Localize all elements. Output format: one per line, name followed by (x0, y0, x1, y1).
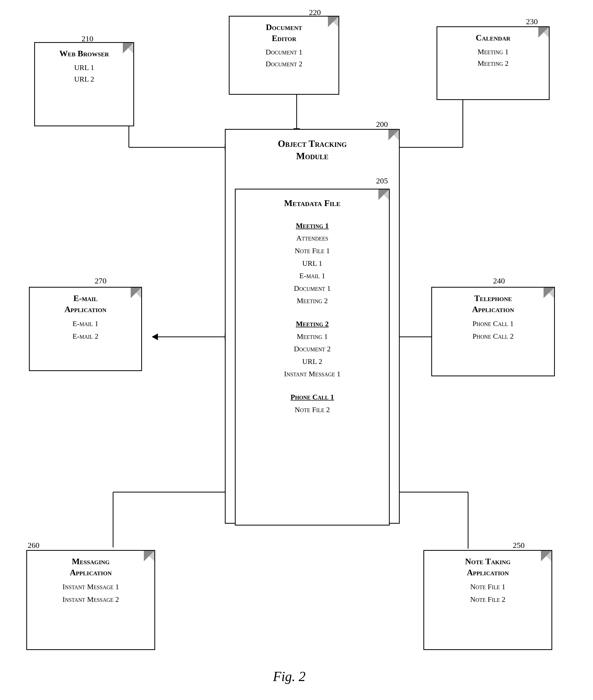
meeting2-heading: Meeting 2 (296, 320, 329, 328)
svg-marker-10 (152, 334, 158, 340)
phone-call-1-heading: Phone Call 1 (290, 393, 334, 401)
ref-200: 200 (376, 120, 388, 129)
metadata-title: Metadata File (240, 197, 385, 209)
diagram: Web Browser URL 1 URL 2 210 DocumentEdit… (0, 0, 593, 700)
telephone-title: TelephoneApplication (436, 293, 550, 315)
messaging-title: MessagingApplication (31, 556, 150, 578)
calendar-title: Calendar (441, 32, 545, 43)
calendar-items: Meeting 1 Meeting 2 (441, 46, 545, 70)
phone2-label: Phone Call 2 (473, 332, 514, 340)
telephone-application-box: TelephoneApplication Phone Call 1 Phone … (431, 287, 555, 376)
ref-220: 220 (309, 8, 321, 17)
email1-label: E-mail 1 (73, 320, 98, 328)
web-browser-title: Web Browser (39, 48, 129, 59)
meeting1-label: Meeting 1 (478, 48, 509, 56)
metadata-file-box: Metadata File Meeting 1 Attendees Note F… (235, 189, 390, 525)
phone-call-section: Phone Call 1 Note File 2 (240, 391, 385, 416)
ref-230: 230 (526, 17, 538, 26)
instant-msg2-label: Instant Message 2 (62, 595, 119, 603)
ref-240: 240 (493, 276, 505, 285)
email-1: E-mail 1 (299, 271, 325, 280)
instant-message-1: Instant Message 1 (284, 370, 341, 378)
meeting1-section: Meeting 1 Attendees Note File 1 URL 1 E-… (240, 219, 385, 307)
document-editor-title: DocumentEditor (234, 22, 334, 44)
document-editor-items: Document 1 Document 2 (234, 46, 334, 70)
instant-msg1-label: Instant Message 1 (62, 583, 119, 591)
ref-205: 205 (376, 176, 388, 185)
meeting1-ref: Meeting 1 (296, 332, 328, 340)
meeting2-label: Meeting 2 (478, 59, 509, 67)
web-browser-box: Web Browser URL 1 URL 2 (34, 42, 134, 126)
web-browser-items: URL 1 URL 2 (39, 62, 129, 85)
object-tracking-title: Object TrackingModule (230, 138, 395, 162)
note-file-1: Note File 1 (295, 247, 330, 255)
document-editor-box: DocumentEditor Document 1 Document 2 (229, 16, 339, 95)
email2-label: E-mail 2 (73, 332, 98, 340)
ref-250: 250 (513, 541, 525, 550)
note-taking-application-box: Note TakingApplication Note File 1 Note … (423, 550, 552, 650)
doc2-label: Document 2 (266, 60, 303, 68)
meeting1-heading: Meeting 1 (296, 222, 329, 230)
note-taking-items: Note File 1 Note File 2 (428, 581, 548, 605)
document-1: Document 1 (294, 284, 330, 292)
figure-caption: Fig. 2 (210, 669, 368, 684)
email-items: E-mail 1 E-mail 2 (34, 317, 137, 342)
telephone-items: Phone Call 1 Phone Call 2 (436, 317, 550, 342)
url-2: URL 2 (303, 357, 322, 366)
email-application-box: E-mailApplication E-mail 1 E-mail 2 (29, 287, 142, 371)
url1-label: URL 1 (74, 64, 94, 72)
email-title: E-mailApplication (34, 293, 137, 315)
meeting2-section: Meeting 2 Meeting 1 Document 2 URL 2 Ins… (240, 318, 385, 380)
document-2: Document 2 (294, 345, 330, 353)
doc1-label: Document 1 (266, 48, 303, 56)
calendar-box: Calendar Meeting 1 Meeting 2 (437, 26, 550, 100)
ref-270: 270 (95, 276, 107, 285)
phone1-label: Phone Call 1 (473, 320, 514, 328)
url-1: URL 1 (303, 259, 322, 267)
messaging-application-box: MessagingApplication Instant Message 1 I… (26, 550, 155, 650)
meeting-2-ref: Meeting 2 (296, 297, 328, 305)
ref-260: 260 (28, 541, 39, 550)
ref-210: 210 (82, 34, 93, 43)
note-file1-label: Note File 1 (470, 583, 506, 591)
note-file-2: Note File 2 (295, 406, 330, 414)
attendees: Attendees (296, 234, 328, 242)
messaging-items: Instant Message 1 Instant Message 2 (31, 581, 150, 605)
object-tracking-box: Object TrackingModule Metadata File Meet… (225, 129, 400, 524)
url2-label: URL 2 (74, 75, 94, 83)
note-taking-title: Note TakingApplication (428, 556, 548, 578)
note-file2-label: Note File 2 (470, 595, 506, 603)
